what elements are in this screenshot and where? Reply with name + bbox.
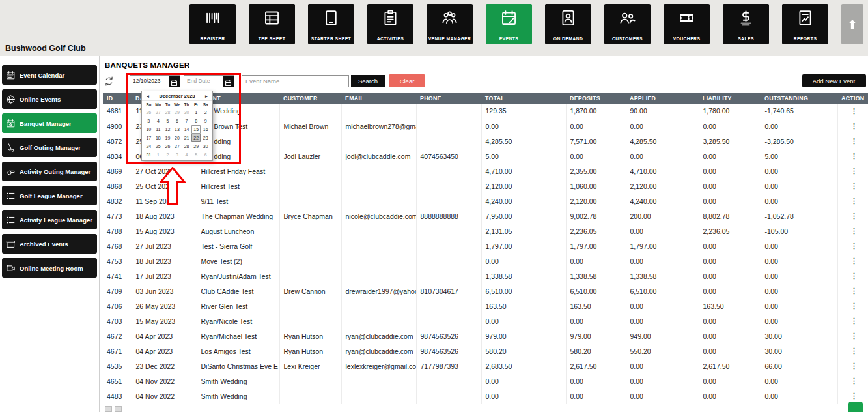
table-row[interactable]: 483406ddingJodi Lauzierjodi@clubcaddie.c…	[103, 149, 868, 164]
calendar-day[interactable]: 21	[182, 134, 191, 142]
toolbar-button-activities[interactable]: ACTIVITIES	[367, 4, 413, 44]
calendar-day[interactable]: 26	[163, 142, 173, 151]
calendar-day[interactable]: 17	[144, 134, 154, 142]
search-button[interactable]: Search	[351, 75, 385, 87]
start-date-calendar-button[interactable]	[169, 76, 180, 87]
toolbar-button-sales[interactable]: SALES	[723, 4, 769, 44]
table-row[interactable]: 470903 Jun 2023Club CAddie TestDrew Cann…	[103, 284, 868, 299]
kebab-menu-icon[interactable]: ⋮	[837, 134, 868, 149]
column-header-outstanding[interactable]: OUTSTANDING	[761, 93, 837, 104]
kebab-menu-icon[interactable]: ⋮	[837, 269, 868, 284]
sidebar-item-event-calendar[interactable]: Event Calendar	[2, 65, 97, 85]
calendar-day[interactable]: 2	[201, 108, 210, 117]
refresh-icon[interactable]	[104, 76, 115, 87]
calendar-day[interactable]: 28	[182, 142, 191, 151]
table-row[interactable]: 453523 Dec 2022DiSanto Christmas Eve ELe…	[103, 359, 868, 374]
add-new-event-button[interactable]: Add New Event	[802, 74, 866, 87]
toolbar-button-reports[interactable]: REPORTS	[782, 4, 828, 44]
calendar-day[interactable]: 23	[201, 134, 210, 142]
calendar-day[interactable]: 6	[201, 151, 210, 159]
calendar-day[interactable]: 4	[154, 117, 163, 125]
calendar-day[interactable]: 3	[144, 117, 154, 125]
table-row[interactable]: 478815 Aug 2023August Luncheon2,131.052,…	[103, 224, 868, 239]
calendar-day[interactable]: 22	[191, 134, 201, 142]
sidebar-item-activity-outing-manager[interactable]: Activity Outing Manager	[2, 162, 97, 181]
column-header-customer[interactable]: CUSTOMER	[279, 93, 341, 104]
end-date-field[interactable]: End Date	[184, 75, 234, 87]
calendar-day[interactable]: 6	[173, 117, 182, 125]
calendar-day[interactable]: 11	[154, 125, 163, 134]
calendar-day[interactable]: 1	[154, 151, 163, 159]
table-row[interactable]: 448304 Nov 2022Smith Wedding0.000.000.00…	[103, 389, 868, 404]
column-header-applied[interactable]: APPLIED	[626, 93, 699, 104]
kebab-menu-icon[interactable]: ⋮	[837, 179, 868, 194]
sidebar-item-online-events[interactable]: Online Events	[2, 89, 97, 109]
toolbar-button-register[interactable]: REGISTER	[189, 4, 236, 44]
calendar-day[interactable]: 3	[173, 151, 182, 159]
kebab-menu-icon[interactable]: ⋮	[837, 194, 868, 209]
table-row[interactable]: 467104 Apr 2023Los Amigos TestRyan Hutso…	[103, 344, 868, 359]
table-row[interactable]: 483211 Sep 20239/11 Test4,240.002,120.00…	[103, 194, 868, 209]
kebab-menu-icon[interactable]: ⋮	[837, 224, 868, 239]
kebab-menu-icon[interactable]: ⋮	[837, 104, 868, 119]
kebab-menu-icon[interactable]: ⋮	[837, 299, 868, 314]
calendar-next-icon[interactable]: ►	[203, 94, 210, 98]
calendar-day[interactable]: 20	[173, 134, 182, 142]
table-row[interactable]: 487225dding4,285.507,571.004,285.503,285…	[103, 134, 868, 149]
calendar-day[interactable]: 10	[144, 125, 154, 134]
sidebar-item-banquet-manager[interactable]: Banquet Manager	[2, 113, 97, 133]
calendar-day[interactable]: 27	[154, 108, 163, 117]
calendar-prev-icon[interactable]: ◄	[145, 94, 151, 98]
calendar-day[interactable]: 5	[163, 117, 173, 125]
kebab-menu-icon[interactable]: ⋮	[837, 359, 868, 374]
kebab-menu-icon[interactable]: ⋮	[837, 284, 868, 299]
table-row[interactable]: 475318 Jul 2023Move Test (2)0.000.000.00…	[103, 254, 868, 269]
calendar-day[interactable]: 24	[144, 142, 154, 151]
table-row[interactable]: 465104 Nov 2022Smith Wedding0.000.000.00…	[103, 374, 868, 389]
end-date-placeholder[interactable]: End Date	[184, 78, 223, 84]
table-row[interactable]: 486927 Oct 2023Hillcrest Friday Feast4,7…	[103, 164, 868, 179]
calendar-day[interactable]: 18	[154, 134, 163, 142]
calendar-day[interactable]: 14	[182, 125, 191, 134]
calendar-day[interactable]: 27	[173, 142, 182, 151]
pager[interactable]	[105, 406, 868, 412]
kebab-menu-icon[interactable]: ⋮	[837, 209, 868, 224]
calendar-day[interactable]: 15	[191, 125, 201, 134]
table-row[interactable]: 486825 Oct 2023Hillcrest Test2,120.001,0…	[103, 179, 868, 194]
column-header-deposits[interactable]: DEPOSITS	[566, 93, 626, 104]
kebab-menu-icon[interactable]: ⋮	[837, 239, 868, 254]
column-header-phone[interactable]: PHONE	[416, 93, 481, 104]
column-header-id[interactable]: ID	[103, 93, 132, 104]
column-header-email[interactable]: EMAIL	[341, 93, 416, 104]
sidebar-item-online-meeting-room[interactable]: Online Meeting Room	[2, 258, 97, 278]
calendar-day[interactable]: 16	[201, 125, 210, 134]
calendar-day[interactable]: 5	[191, 151, 201, 159]
calendar-day[interactable]: 29	[191, 142, 201, 151]
table-row[interactable]: 470315 May 2023Ryan/Nicole Test0.000.000…	[103, 314, 868, 329]
calendar-day[interactable]: 28	[163, 108, 173, 117]
calendar-day[interactable]: 26	[144, 108, 154, 117]
calendar-month-label[interactable]: December 2023	[151, 93, 203, 99]
kebab-menu-icon[interactable]: ⋮	[837, 149, 868, 164]
start-date-value[interactable]: 12/10/2023	[130, 78, 169, 84]
toolbar-button-customers[interactable]: CUSTOMERS	[604, 4, 651, 44]
toolbar-button-venue-manager[interactable]: VENUE MANAGER	[427, 4, 473, 44]
calendar-day[interactable]: 29	[173, 108, 182, 117]
table-row[interactable]: 476827 Jul 2023Test - Sierra Golf1,797.0…	[103, 239, 868, 254]
pager-icon[interactable]	[105, 406, 112, 412]
table-row[interactable]: 470626 May 2023River Glen Test163.50163.…	[103, 299, 868, 314]
start-date-field[interactable]: 12/10/2023	[130, 75, 180, 87]
column-header-liability[interactable]: LIABILITY	[699, 93, 761, 104]
calendar-day[interactable]: 1	[191, 108, 201, 117]
calendar-day[interactable]: 19	[163, 134, 173, 142]
event-name-input[interactable]	[242, 75, 349, 87]
kebab-menu-icon[interactable]: ⋮	[837, 119, 868, 134]
table-row[interactable]: 490023Brown TestMichael Brownmichaelbrow…	[103, 119, 868, 134]
calendar-day[interactable]: 12	[163, 125, 173, 134]
column-header-total[interactable]: TOTAL	[481, 93, 566, 104]
calendar-day[interactable]: 25	[154, 142, 163, 151]
sidebar-item-golf-outing-manager[interactable]: Golf Outing Manager	[2, 138, 97, 157]
calendar-day[interactable]: 4	[182, 151, 191, 159]
toolbar-button-events[interactable]: EVENTS	[486, 4, 532, 44]
table-row[interactable]: 468111Wedding129.351,870.0090.001,780.00…	[103, 104, 868, 119]
